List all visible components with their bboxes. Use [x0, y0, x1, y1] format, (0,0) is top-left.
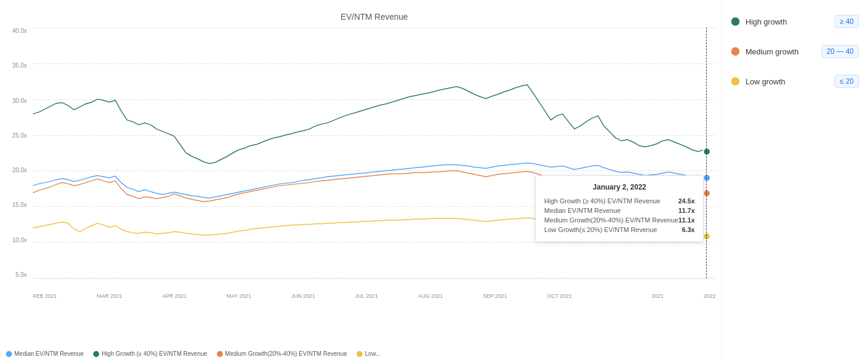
y-label-4: 20.0x	[3, 167, 27, 173]
sidebar-badge-low[interactable]: ≤ 20	[835, 75, 859, 88]
y-label-5: 15.0x	[3, 202, 27, 208]
x-label-aug: AUG 2021	[418, 293, 443, 299]
y-label-2: 30.0x	[3, 97, 27, 104]
y-label-1: 35.0x	[3, 62, 27, 69]
sidebar-row-high: High growth ≥ 40	[731, 9, 859, 34]
sidebar-dot-low	[731, 77, 740, 86]
tooltip-box: January 2, 2022 High Growth (≥ 40%) EV/N…	[535, 175, 704, 242]
y-label-3: 25.0x	[3, 132, 27, 139]
sidebar-badge-low-value: ≤ 20	[840, 77, 854, 86]
sidebar-badge-medium[interactable]: 20 — 40	[821, 45, 859, 58]
legend-item-low: Low...	[357, 350, 381, 357]
tooltip-val-3: 6.3x	[682, 226, 695, 233]
legend-label-high: High Growth (≥ 40%) EV/NTM Revenue	[102, 350, 207, 357]
x-axis: FEB 2021 MAR 2021 APR 2021 MAY 2021 JUN …	[33, 293, 716, 299]
sidebar-label-medium: Medium growth	[746, 47, 815, 56]
tooltip-key-3: Low Growth(≤ 20%) EV/NTM Revenue	[544, 226, 657, 233]
sidebar-badge-high-value: ≥ 40	[840, 17, 854, 26]
tooltip-key-0: High Growth (≥ 40%) EV/NTM Revenue	[544, 197, 660, 205]
x-label-jun: JUN 2021	[291, 293, 315, 299]
y-axis: 40.0x 35.0x 30.0x 25.0x 20.0x 15.0x 10.0…	[3, 28, 27, 278]
sidebar-dot-high	[731, 17, 740, 26]
legend-dot-low	[357, 351, 363, 357]
legend: Median EV/NTM Revenue High Growth (≥ 40%…	[0, 350, 722, 357]
dashed-vertical-line	[706, 28, 707, 278]
chart-body: 40.0x 35.0x 30.0x 25.0x 20.0x 15.0x 10.0…	[33, 28, 716, 279]
tooltip-key-2: Medium Growth(20%-40%) EV/NTM Revenue	[544, 216, 678, 224]
sidebar-row-medium: Medium growth 20 — 40	[731, 39, 859, 64]
y-label-0: 40.0x	[3, 28, 27, 34]
sidebar-label-high: High growth	[746, 17, 829, 26]
y-label-7: 5.0x	[3, 271, 27, 278]
legend-dot-medium	[217, 351, 223, 357]
high-growth-endpoint	[703, 148, 710, 155]
legend-label-low: Low...	[365, 350, 381, 357]
medium-growth-endpoint	[703, 190, 710, 197]
tooltip-row-2: Medium Growth(20%-40%) EV/NTM Revenue 11…	[544, 215, 695, 225]
sidebar: High growth ≥ 40 Medium growth 20 — 40 L…	[722, 0, 868, 360]
tooltip-val-0: 24.5x	[678, 197, 695, 205]
sidebar-badge-high[interactable]: ≥ 40	[835, 15, 859, 28]
median-endpoint	[703, 174, 710, 181]
legend-dot-median	[6, 351, 12, 357]
sidebar-label-low: Low growth	[746, 77, 829, 86]
x-label-dec: 2021	[652, 293, 664, 299]
x-label-feb: FEB 2021	[33, 293, 57, 299]
low-growth-endpoint	[703, 233, 710, 240]
x-label-mar: MAR 2021	[97, 293, 122, 299]
x-label-sep: SEP 2021	[483, 293, 507, 299]
legend-item-high: High Growth (≥ 40%) EV/NTM Revenue	[93, 350, 207, 357]
legend-dot-high	[93, 351, 99, 357]
legend-item-median: Median EV/NTM Revenue	[6, 350, 84, 357]
legend-label-median: Median EV/NTM Revenue	[14, 350, 84, 357]
legend-label-medium: Medium Growth(20%-40%) EV/NTM Revenue	[225, 350, 347, 357]
tooltip-row-1: Median EV/NTM Revenue 11.7x	[544, 206, 695, 215]
x-label-2022: 2022	[704, 293, 716, 299]
y-label-6: 10.0x	[3, 237, 27, 243]
sidebar-dot-medium	[731, 47, 740, 56]
tooltip-val-2: 11.1x	[678, 216, 695, 224]
legend-item-medium: Medium Growth(20%-40%) EV/NTM Revenue	[217, 350, 347, 357]
tooltip-date: January 2, 2022	[544, 183, 695, 191]
tooltip-key-1: Median EV/NTM Revenue	[544, 207, 621, 214]
x-label-may: MAY 2021	[226, 293, 251, 299]
x-label-apr: APR 2021	[162, 293, 186, 299]
sidebar-badge-medium-value: 20 — 40	[827, 47, 854, 56]
tooltip-row-0: High Growth (≥ 40%) EV/NTM Revenue 24.5x	[544, 196, 695, 206]
high-growth-line	[33, 85, 707, 164]
tooltip-row-3: Low Growth(≤ 20%) EV/NTM Revenue 6.3x	[544, 225, 695, 234]
tooltip-val-1: 11.7x	[678, 207, 695, 214]
chart-title: EV/NTM Revenue	[33, 12, 716, 22]
x-label-oct: OCT 2021	[547, 293, 572, 299]
x-label-jul: JUL 2021	[355, 293, 378, 299]
sidebar-row-low: Low growth ≤ 20	[731, 69, 859, 94]
